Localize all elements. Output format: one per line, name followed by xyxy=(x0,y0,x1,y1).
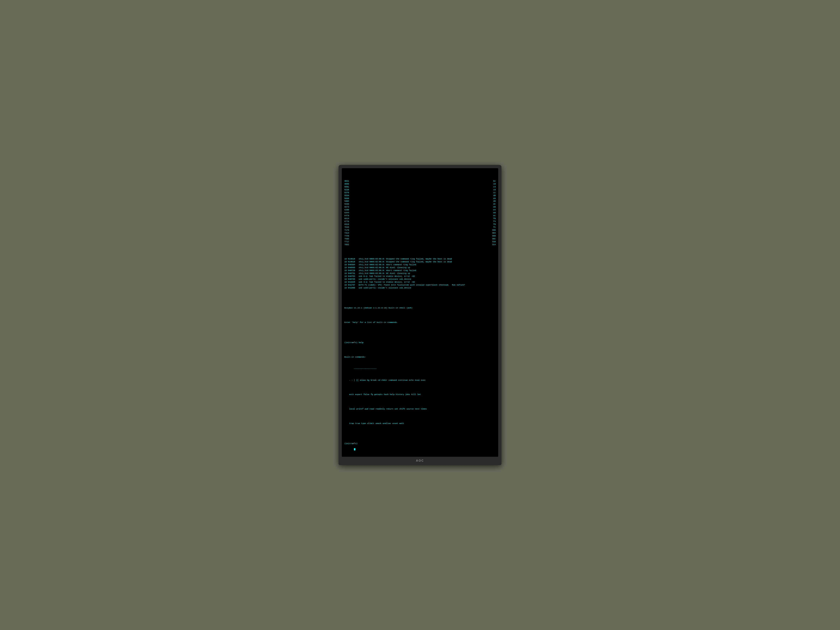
kernel-message-line: 19 640731 xhci_hcd 0000:03:00.0: HC died… xyxy=(344,272,496,275)
right-hex-item: 304 xyxy=(492,232,496,235)
right-hex: bcc0c4c8ccd0d4d8dce0e4e8ecf0f4f8fc300304… xyxy=(492,180,496,246)
right-hex-item: c4 xyxy=(492,186,496,188)
left-number-item: 7717 xyxy=(344,240,349,243)
left-number-item: 6614 xyxy=(344,217,349,220)
builtin-line1: . : [ [[ alias bg break cd chdir command… xyxy=(344,379,496,382)
right-hex-item: d0 xyxy=(492,194,496,197)
left-number-item: 6073 xyxy=(344,206,349,208)
left-number-item: 5534 xyxy=(344,194,349,197)
kernel-message-line: 19 640565 xhci_hcd 0000:02:00.0: HC died… xyxy=(344,266,496,269)
right-hex-item: f8 xyxy=(492,223,496,226)
busybox-line2: Enter 'help' for a list of built-in comm… xyxy=(344,321,496,324)
left-number-item: 6344 xyxy=(344,212,349,214)
left-number-item: 6479 xyxy=(344,214,349,217)
left-number-item: 5804 xyxy=(344,200,349,203)
left-number-item: 7448 xyxy=(344,235,349,237)
separator: ------------------- xyxy=(354,368,377,369)
left-number-item: 7045 xyxy=(344,226,349,229)
kernel-message-line: 19 641747 EXT4-fs (sda5): VFS: Found ext… xyxy=(344,284,496,287)
kernel-message-line: 19 640753 usb 6-1: hub failed to enable … xyxy=(344,275,496,278)
left-numbers: 4821495650915226537055345669580459396073… xyxy=(344,180,349,246)
number-hex-table: 4821495650915226537055345669580459396073… xyxy=(344,180,496,246)
left-number-item: 4956 xyxy=(344,183,349,186)
initramfs-help: (initramfs) help xyxy=(344,341,496,344)
right-hex-item: 310 xyxy=(492,240,496,243)
kernel-message-line: 19 614018 xhci_hcd 0000:03:00.0: Stopped… xyxy=(344,257,496,261)
right-hex-item: ec xyxy=(492,214,496,217)
right-hex-item: dc xyxy=(492,203,496,206)
left-number-item: 5370 xyxy=(344,191,349,194)
right-hex-item: d8 xyxy=(492,200,496,203)
left-number-item: 7314 xyxy=(344,232,349,235)
kernel-message-line: 19 640765 usb usb6-port1: couldn't alloc… xyxy=(344,278,496,281)
right-hex-item: c0 xyxy=(492,183,496,186)
monitor-screen: 4821495650915226537055345669580459396073… xyxy=(342,168,498,457)
left-number-item: 6910 xyxy=(344,223,349,226)
left-number-item: 7583 xyxy=(344,237,349,240)
right-hex-item: e0 xyxy=(492,206,496,208)
left-number-item: 5669 xyxy=(344,197,349,200)
right-hex-item: 308 xyxy=(492,235,496,237)
kernel-messages: 19 614018 xhci_hcd 0000:03:00.0: Stopped… xyxy=(344,257,496,289)
left-number-item: 5091 xyxy=(344,186,349,188)
builtin-line4: trap true type ulimit umask unalias unse… xyxy=(344,422,496,425)
kernel-message-line: 19 614018 xhci_hcd 0000:02:00.0: Stopped… xyxy=(344,261,496,264)
builtin-header: Built-in commands: xyxy=(344,356,496,358)
right-hex-item: 314 xyxy=(492,243,496,246)
right-hex-item: fc xyxy=(492,226,496,229)
kernel-message-line: 19 640729 xhci_hcd 0000:03:00.0: Abort c… xyxy=(344,269,496,272)
terminal-content: 4821495650915226537055345669580459396073… xyxy=(344,171,496,454)
kernel-message-line: 19 640384 xhci_hcd 0000:02:00.0: Abort c… xyxy=(344,264,496,266)
right-hex-item: cc xyxy=(492,191,496,194)
cursor xyxy=(354,448,355,450)
left-number-item: 7179 xyxy=(344,229,349,232)
left-number-item: 6209 xyxy=(344,208,349,212)
left-number-item: 5939 xyxy=(344,203,349,206)
left-number-item: 5226 xyxy=(344,188,349,191)
busybox-line1: BusyBox v1.22.1 (Debian 1:1.22.0-19) bui… xyxy=(344,307,496,309)
right-hex-item: e4 xyxy=(492,208,496,212)
right-hex-item: 30c xyxy=(492,237,496,240)
right-hex-item: 300 xyxy=(492,229,496,232)
monitor-brand: AOC xyxy=(416,459,424,463)
builtin-line2: exit export false fg getopts hash help h… xyxy=(344,393,496,396)
right-hex-item: d4 xyxy=(492,197,496,200)
right-hex-item: bc xyxy=(492,180,496,183)
left-number-item: 4821 xyxy=(344,180,349,183)
right-hex-item: e8 xyxy=(492,212,496,214)
left-number-item: 6776 xyxy=(344,220,349,223)
left-number-item: 7852 xyxy=(344,243,349,246)
right-hex-item: f4 xyxy=(492,220,496,223)
room-background: 4821495650915226537055345669580459396073… xyxy=(338,165,502,465)
kernel-message-line: 19 641525 usb 3-1: hub failed to enable … xyxy=(344,281,496,284)
right-hex-item: c8 xyxy=(492,188,496,191)
builtin-line3: local printf pwd read readonly return se… xyxy=(344,408,496,411)
right-hex-item: f0 xyxy=(492,217,496,220)
monitor: 4821495650915226537055345669580459396073… xyxy=(338,165,502,465)
kernel-message-line: 19 641988 usb usb3-port1: couldn't alloc… xyxy=(344,287,496,289)
monitor-bezel-bottom: AOC xyxy=(342,458,498,464)
prompt: (initramfs) xyxy=(344,442,496,445)
